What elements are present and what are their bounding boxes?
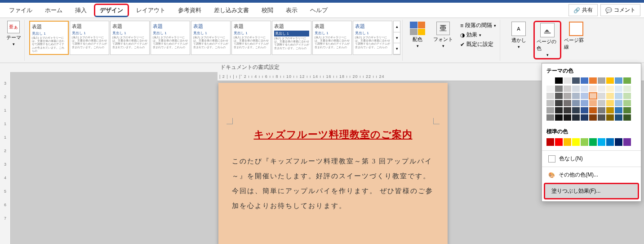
color-swatch[interactable] xyxy=(606,107,614,113)
color-swatch[interactable] xyxy=(598,107,605,113)
tab-review[interactable]: 校閲 xyxy=(256,4,279,17)
color-swatch[interactable] xyxy=(589,114,597,121)
color-swatch[interactable] xyxy=(555,77,563,84)
gallery-item[interactable]: 表題 見出し 1 [挿入] タブのギャラリーには、文書全体の体裁に合わせて調整す… xyxy=(151,21,190,55)
color-swatch[interactable] xyxy=(555,100,563,106)
color-swatch[interactable] xyxy=(615,100,622,106)
colors-button[interactable]: 配色▾ xyxy=(407,21,428,49)
color-swatch[interactable] xyxy=(581,138,588,146)
style-set-gallery[interactable]: 表題 見出し 1 [挿入] タブのギャラリーには、文書全体の体裁に合わせて調整す… xyxy=(29,21,400,55)
color-swatch[interactable] xyxy=(589,93,597,99)
tab-layout[interactable]: レイアウト xyxy=(131,4,171,17)
gallery-item[interactable]: 表題 見出し 1 [挿入] タブのギャラリーには、文書全体の体裁に合わせて調整す… xyxy=(353,21,392,55)
tab-home[interactable]: ホーム xyxy=(40,4,68,17)
color-swatch[interactable] xyxy=(623,86,631,92)
color-swatch[interactable] xyxy=(606,93,614,99)
color-swatch[interactable] xyxy=(572,114,580,121)
gallery-scroll[interactable]: ▴ ▾ ▾ xyxy=(393,21,400,55)
color-swatch[interactable] xyxy=(581,107,588,113)
color-swatch[interactable] xyxy=(615,107,622,113)
color-swatch[interactable] xyxy=(546,77,554,84)
color-swatch[interactable] xyxy=(581,100,588,106)
color-swatch[interactable] xyxy=(615,114,622,121)
color-swatch[interactable] xyxy=(606,138,614,146)
color-swatch[interactable] xyxy=(555,138,563,146)
tab-references[interactable]: 参考資料 xyxy=(173,4,207,17)
color-swatch[interactable] xyxy=(546,107,554,113)
color-swatch[interactable] xyxy=(564,93,571,99)
color-swatch[interactable] xyxy=(589,107,597,113)
gallery-item[interactable]: 表題 見出し 1 [挿入] タブのギャラリーには、文書全体の体裁に合わせて調整す… xyxy=(272,21,311,55)
tab-help[interactable]: ヘルプ xyxy=(305,4,333,17)
document-title[interactable]: キッズフルーツ料理教室のご案内 xyxy=(232,128,434,141)
color-swatch[interactable] xyxy=(623,114,631,121)
color-swatch[interactable] xyxy=(555,107,563,113)
color-swatch[interactable] xyxy=(546,138,554,146)
color-swatch[interactable] xyxy=(615,77,622,84)
gallery-item[interactable]: 表題 見出し 1 [挿入] タブのギャラリーには、文書全体の体裁に合わせて調整す… xyxy=(312,21,352,55)
color-swatch[interactable] xyxy=(598,93,605,99)
color-swatch[interactable] xyxy=(623,138,631,146)
scroll-up-icon[interactable]: ▴ xyxy=(394,21,400,32)
color-swatch[interactable] xyxy=(564,86,571,92)
color-swatch[interactable] xyxy=(564,77,571,84)
color-swatch[interactable] xyxy=(572,93,580,99)
color-swatch[interactable] xyxy=(589,100,597,106)
set-default-button[interactable]: ✔既定に設定 xyxy=(460,41,496,48)
more-colors-item[interactable]: 🎨 その他の色(M)... xyxy=(542,168,641,182)
gallery-item[interactable]: 表題 見出し 1 [挿入] タブのギャラリーには、文書全体の体裁に合わせて調整す… xyxy=(231,21,271,55)
color-swatch[interactable] xyxy=(615,93,622,99)
color-swatch[interactable] xyxy=(581,77,588,84)
color-swatch[interactable] xyxy=(598,114,605,121)
gallery-item[interactable]: 表題 見出し 1 [挿入] タブのギャラリーには、文書全体の体裁に合わせて調整す… xyxy=(110,21,150,55)
color-swatch[interactable] xyxy=(589,86,597,92)
expand-gallery-icon[interactable]: ▾ xyxy=(394,43,400,54)
color-swatch[interactable] xyxy=(598,77,605,84)
color-swatch[interactable] xyxy=(564,114,571,121)
gallery-item[interactable]: 表題 見出し 1 [挿入] タブのギャラリーには、文書全体の体裁に合わせて調整す… xyxy=(29,21,69,55)
color-swatch[interactable] xyxy=(598,100,605,106)
share-button[interactable]: 🔗共有 xyxy=(568,4,598,16)
color-swatch[interactable] xyxy=(572,107,580,113)
page-border-button[interactable]: ページ罫線 xyxy=(562,21,590,51)
color-swatch[interactable] xyxy=(555,93,563,99)
tab-file[interactable]: ファイル xyxy=(4,4,38,17)
color-swatch[interactable] xyxy=(555,86,563,92)
color-swatch[interactable] xyxy=(564,100,571,106)
page-color-button[interactable]: ページの色▾ xyxy=(533,21,561,59)
color-swatch[interactable] xyxy=(546,93,554,99)
tab-view[interactable]: 表示 xyxy=(280,4,303,17)
color-swatch[interactable] xyxy=(623,100,631,106)
color-swatch[interactable] xyxy=(623,93,631,99)
document-body[interactable]: このたび『キッズフルーツ料理教室～第 3 回アップルパイ～』を開催いたします。好… xyxy=(232,154,434,213)
no-color-item[interactable]: 色なし(N) xyxy=(542,152,641,166)
scroll-down-icon[interactable]: ▾ xyxy=(394,32,400,44)
color-swatch[interactable] xyxy=(598,138,605,146)
gallery-item[interactable]: 表題 見出し 1 [挿入] タブのギャラリーには、文書全体の体裁に合わせて調整す… xyxy=(191,21,231,55)
color-swatch[interactable] xyxy=(606,100,614,106)
color-swatch[interactable] xyxy=(623,107,631,113)
tab-mail[interactable]: 差し込み文書 xyxy=(209,4,254,17)
watermark-button[interactable]: A 透かし▾ xyxy=(505,21,533,50)
color-swatch[interactable] xyxy=(572,86,580,92)
fill-effects-item[interactable]: 塗りつぶし効果(F)... xyxy=(544,183,639,199)
color-swatch[interactable] xyxy=(572,138,580,146)
themes-button[interactable]: 亜ぁ テーマ ▾ xyxy=(4,21,22,46)
paragraph-spacing-button[interactable]: ≡段落の間隔 ▾ xyxy=(460,22,496,29)
color-swatch[interactable] xyxy=(546,114,554,121)
color-swatch[interactable] xyxy=(546,100,554,106)
effects-button[interactable]: ◑効果 ▾ xyxy=(460,31,496,39)
color-swatch[interactable] xyxy=(606,114,614,121)
color-swatch[interactable] xyxy=(606,86,614,92)
color-swatch[interactable] xyxy=(564,138,571,146)
color-swatch[interactable] xyxy=(615,138,622,146)
comment-button[interactable]: 💬コメント xyxy=(600,4,640,16)
color-swatch[interactable] xyxy=(598,86,605,92)
fonts-button[interactable]: 亜 フォント▾ xyxy=(431,21,456,49)
color-swatch[interactable] xyxy=(564,107,571,113)
color-swatch[interactable] xyxy=(589,77,597,84)
color-swatch[interactable] xyxy=(589,138,597,146)
tab-insert[interactable]: 挿入 xyxy=(70,4,92,17)
color-swatch[interactable] xyxy=(615,86,622,92)
tab-design[interactable]: デザイン xyxy=(94,4,129,17)
